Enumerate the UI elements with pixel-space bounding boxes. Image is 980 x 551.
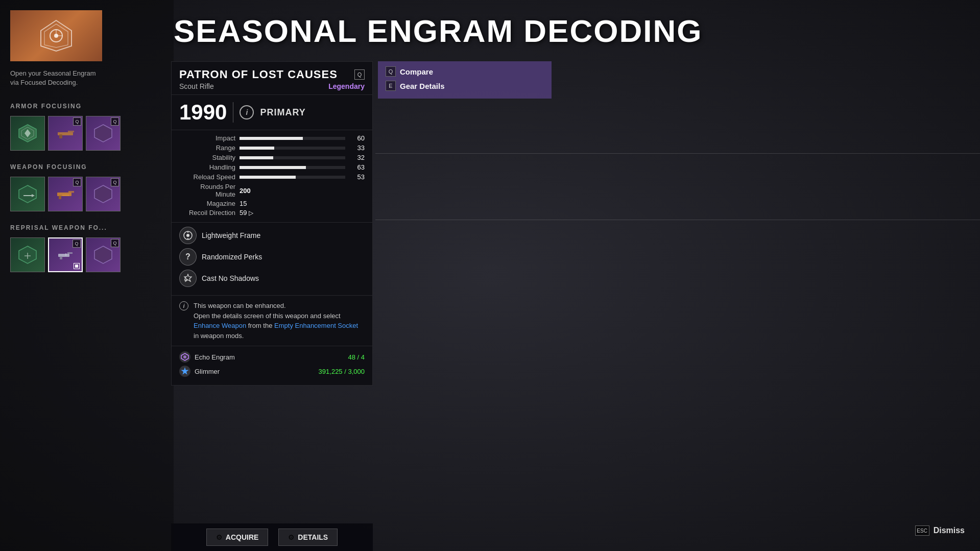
q-badge-reprisal3: Q [111, 239, 119, 247]
action-bar: ⚙ Acquire ⚙ Details [171, 523, 373, 551]
enhancement-text: This weapon can be enhanced. Open the de… [194, 301, 365, 341]
reprisal-icon-1 [17, 245, 38, 265]
stat-reload-fill [240, 176, 296, 179]
glimmer-icon [179, 366, 190, 377]
recoil-arrow-icon: ▷ [249, 209, 253, 217]
dismiss-key-badge: ESC [915, 525, 929, 536]
glimmer-required: 3,000 [348, 368, 365, 375]
enhancement-title: This weapon can be enhanced. [194, 302, 286, 309]
svg-point-27 [183, 355, 186, 358]
stat-handling-bar [240, 166, 345, 169]
stat-impact-label: Impact [179, 134, 235, 142]
weapon-item-2[interactable]: Q [48, 177, 83, 211]
armor-weapon-icon [55, 123, 76, 143]
stat-reload-bar [240, 176, 345, 179]
stat-magazine-label: Magazine [179, 200, 235, 207]
echo-engram-name: Echo Engram [195, 353, 235, 361]
perk-cast-no-shadows-icon [179, 270, 197, 287]
gear-details-label: Gear Details [400, 82, 445, 90]
echo-icon-svg [181, 353, 189, 361]
gear-details-row[interactable]: E Gear Details [386, 81, 544, 91]
stat-handling-fill [240, 166, 306, 169]
currency-glimmer-left: Glimmer [179, 366, 220, 377]
perks-section: Lightweight Frame ? Randomized Perks Cas… [172, 223, 372, 296]
weapon-panel: PATRON OF LOST CAUSES Q Scout Rifle Lege… [171, 61, 373, 386]
reprisal-label: REPRISAL WEAPON FO... [10, 224, 163, 231]
perk-randomized-icon: ? [179, 248, 197, 266]
stat-recoil-value: 59 ▷ [240, 209, 253, 217]
armor-item-1[interactable] [10, 116, 45, 151]
q-badge-armor3: Q [111, 117, 119, 126]
reprisal-gun-icon [55, 245, 76, 265]
weapon-q-icon[interactable]: Q [354, 69, 365, 80]
currency-echo-left: Echo Engram [179, 351, 235, 363]
enhancement-end: in weapon mods. [194, 332, 244, 340]
separator-line-2 [375, 220, 980, 220]
stat-impact: Impact 60 [179, 134, 365, 142]
enhancement-middle: from the [248, 322, 273, 329]
q-badge-weapon2: Q [73, 178, 81, 186]
perk-randomized-name: Randomized Perks [202, 253, 262, 261]
svg-rect-12 [68, 191, 74, 193]
svg-rect-8 [59, 134, 62, 138]
reprisal-item-1[interactable] [10, 237, 45, 272]
armor-icon-1 [17, 123, 38, 143]
stat-recoil-label: Recoil Direction [179, 209, 235, 217]
compare-label: Compare [400, 67, 433, 76]
selected-indicator [74, 263, 80, 269]
reprisal-item-3[interactable]: Q [86, 237, 121, 272]
info-icon[interactable]: i [240, 105, 254, 119]
perk-randomized[interactable]: ? Randomized Perks [179, 248, 365, 266]
glimmer-name: Glimmer [195, 368, 220, 375]
empty-socket-link[interactable]: Empty Enhancement Socket [274, 322, 358, 329]
weapon-power: 1990 [179, 100, 227, 125]
compare-row[interactable]: Q Compare [386, 66, 544, 77]
q-badge-reprisal2: Q [73, 239, 81, 248]
stat-stability-label: Stability [179, 154, 235, 161]
stat-stability-value: 32 [349, 154, 365, 161]
weapon-item-1[interactable] [10, 177, 45, 211]
acquire-button[interactable]: ⚙ Acquire [206, 529, 269, 546]
separator-line-1 [375, 153, 980, 154]
stat-rpm-label: Rounds Per Minute [179, 183, 235, 198]
weapon-item-3[interactable]: Q [86, 177, 121, 211]
perk-cast-no-shadows[interactable]: Cast No Shadows [179, 270, 365, 287]
engram-icon [38, 18, 74, 54]
currency-section: Echo Engram 48 / 4 Glimmer 391,225 / 3,0… [172, 346, 372, 385]
glimmer-amount: 391,225 / 3,000 [319, 368, 365, 375]
svg-marker-21 [94, 246, 112, 263]
svg-marker-9 [94, 125, 112, 142]
perk-lightweight-name: Lightweight Frame [202, 231, 260, 239]
enhance-weapon-link[interactable]: Enhance Weapon [194, 322, 246, 329]
stat-impact-bar [240, 137, 345, 140]
svg-rect-13 [59, 196, 61, 199]
stat-recoil: Recoil Direction 59 ▷ [179, 209, 365, 217]
dismiss-button[interactable]: ESC Dismiss [915, 525, 965, 536]
dismiss-label: Dismiss [934, 526, 965, 535]
details-button[interactable]: ⚙ Details [278, 529, 338, 546]
perk-lightweight[interactable]: Lightweight Frame [179, 227, 365, 244]
svg-rect-19 [60, 256, 62, 259]
echo-engram-icon [179, 351, 190, 363]
armor-focusing-label: ARMOR FOCUSING [10, 103, 163, 110]
stat-stability-bar [240, 156, 345, 159]
weapon-slot: PRIMARY [260, 107, 305, 118]
lightweight-icon-svg [183, 230, 193, 241]
glimmer-current: 391,225 [319, 368, 343, 375]
reprisal-item-2[interactable]: Q [48, 237, 83, 272]
sidebar-description: Open your Seasonal Engram via Focused De… [10, 69, 102, 87]
stat-handling-label: Handling [179, 163, 235, 171]
armor-item-2[interactable]: Q [48, 116, 83, 151]
svg-rect-17 [58, 254, 69, 257]
echo-current: 48 [348, 353, 355, 361]
stat-range-fill [240, 147, 274, 150]
q-badge-armor2: Q [73, 117, 81, 126]
armor-item-3[interactable]: Q [86, 116, 121, 151]
weapon-header: PATRON OF LOST CAUSES Q Scout Rifle Lege… [172, 62, 372, 95]
weapon-name: PATRON OF LOST CAUSES [179, 68, 338, 81]
stat-magazine: Magazine 15 [179, 200, 365, 207]
enhancement-section: i This weapon can be enhanced. Open the … [172, 296, 372, 346]
perk-cast-no-shadows-name: Cast No Shadows [202, 274, 259, 282]
stat-magazine-value: 15 [240, 200, 247, 207]
details-icon: ⚙ [288, 533, 295, 541]
